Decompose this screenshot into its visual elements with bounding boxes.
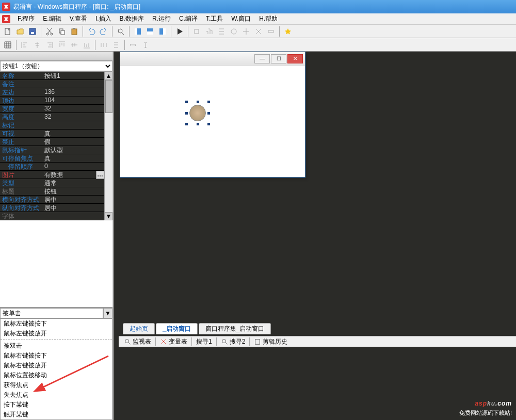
menu-window[interactable]: W.窗口	[227, 13, 255, 24]
property-row[interactable]: 左边136	[0, 88, 104, 96]
property-row[interactable]: 宽度32	[0, 105, 104, 113]
property-row[interactable]: 顶边104	[0, 96, 104, 105]
property-value[interactable]: 真	[43, 154, 104, 162]
property-value[interactable]: 有数据…	[43, 171, 104, 179]
debug6-icon[interactable]	[253, 26, 264, 37]
menu-database[interactable]: B.数据库	[116, 13, 148, 24]
property-row[interactable]: 可停留焦点真	[0, 154, 104, 163]
resize-handle[interactable]	[196, 122, 200, 126]
property-row[interactable]: 纵向对齐方式居中	[0, 204, 104, 212]
grid-icon[interactable]	[2, 39, 13, 51]
property-value[interactable]: 32	[43, 113, 104, 121]
property-row[interactable]: 横向对齐方式居中	[0, 196, 104, 204]
layout3-icon[interactable]	[157, 26, 168, 37]
layout2-icon[interactable]	[144, 26, 156, 37]
event-item[interactable]: 鼠标右键被按下	[1, 351, 112, 361]
align-middle-icon[interactable]	[69, 39, 80, 51]
bt-clipboard[interactable]: 剪辑历史	[251, 336, 291, 347]
debug7-icon[interactable]	[265, 26, 277, 37]
align-left-icon[interactable]	[19, 39, 30, 51]
tool-icon[interactable]	[282, 26, 294, 37]
property-value[interactable]	[43, 80, 104, 88]
property-value[interactable]: 按钮1	[43, 72, 104, 79]
menu-compile[interactable]: C.编译	[175, 13, 202, 24]
event-current[interactable]	[0, 308, 103, 318]
event-item[interactable]: 失去焦点	[1, 390, 112, 400]
paste-icon[interactable]	[69, 26, 80, 37]
property-row[interactable]: 字体	[0, 212, 104, 220]
find-icon[interactable]	[115, 26, 126, 37]
copy-icon[interactable]	[56, 26, 68, 37]
align-right-icon[interactable]	[44, 39, 55, 51]
resize-handle[interactable]	[185, 100, 188, 104]
event-item[interactable]: 鼠标右键被放开	[1, 361, 112, 370]
event-item[interactable]: 鼠标左键被按下	[1, 319, 112, 329]
selected-control[interactable]	[188, 104, 207, 122]
dist-h-icon[interactable]	[98, 39, 109, 51]
maximize-button[interactable]: ☐	[271, 54, 286, 63]
property-row[interactable]: 可视真	[0, 130, 104, 138]
property-value[interactable]: 136	[43, 88, 104, 96]
property-value[interactable]: 按钮	[43, 187, 104, 195]
event-item[interactable]: 获得焦点	[1, 380, 112, 390]
debug5-icon[interactable]	[240, 26, 252, 37]
scroll-down-icon[interactable]: ▼	[105, 212, 112, 220]
property-row[interactable]: 备注	[0, 80, 104, 88]
run-icon[interactable]	[174, 26, 185, 37]
debug4-icon[interactable]	[228, 26, 239, 37]
property-row[interactable]: 标题按钮	[0, 187, 104, 196]
bt-vars[interactable]: 变量表	[157, 336, 190, 347]
property-grid[interactable]: 名称按钮1备注左边136顶边104宽度32高度32标记可视真禁止假鼠标指针默认型…	[0, 72, 104, 220]
property-row[interactable]: 类型通常	[0, 179, 104, 187]
event-item[interactable]: 鼠标左键被放开	[1, 329, 112, 338]
event-item[interactable]: 按下某键	[1, 400, 112, 410]
align-top-icon[interactable]	[56, 39, 68, 51]
property-row[interactable]: 鼠标指针默认型	[0, 146, 104, 154]
property-row[interactable]: 名称按钮1	[0, 72, 104, 80]
property-value[interactable]: 0	[43, 163, 104, 170]
tab-start[interactable]: 起始页	[123, 323, 155, 334]
property-value[interactable]: 通常	[43, 179, 104, 187]
save-icon[interactable]	[27, 26, 38, 37]
minimize-button[interactable]: —	[254, 54, 270, 63]
property-row[interactable]: 高度32	[0, 113, 104, 121]
tab-window-module[interactable]: 窗口程序集_启动窗口	[199, 323, 271, 334]
property-value[interactable]: 居中	[43, 204, 104, 212]
object-dropdown[interactable]: 按钮1（按钮）	[0, 61, 112, 72]
menu-edit[interactable]: E.编辑	[39, 13, 65, 24]
resize-handle[interactable]	[196, 100, 200, 104]
event-item[interactable]: 被双击	[1, 341, 112, 351]
property-row[interactable]: 停留顺序0	[0, 163, 104, 171]
redo-icon[interactable]	[98, 26, 109, 37]
scroll-up-icon[interactable]: ▲	[105, 72, 112, 80]
form-body[interactable]	[120, 66, 305, 177]
size-w-icon[interactable]	[127, 39, 139, 51]
resize-handle[interactable]	[207, 100, 211, 104]
scrollbar[interactable]: ▲ ▼	[104, 72, 112, 220]
menu-run[interactable]: R.运行	[148, 13, 175, 24]
undo-icon[interactable]	[86, 26, 97, 37]
object-select[interactable]: 按钮1（按钮）	[0, 61, 112, 71]
bt-search2[interactable]: 搜寻2	[218, 336, 249, 347]
property-value[interactable]: 104	[43, 96, 104, 104]
tab-startup-window[interactable]: _启动窗口	[156, 323, 198, 334]
property-value[interactable]	[43, 212, 104, 220]
align-center-icon[interactable]	[31, 39, 43, 51]
event-item[interactable]: 触开某键	[1, 410, 112, 419]
cut-icon[interactable]	[44, 26, 55, 37]
resize-handle[interactable]	[185, 111, 188, 115]
menu-view[interactable]: V.查看	[66, 13, 91, 24]
close-button[interactable]: ✕	[287, 54, 303, 63]
property-row[interactable]: 禁止假	[0, 138, 104, 146]
property-more-button[interactable]: …	[96, 171, 104, 179]
bt-search1[interactable]: 搜寻1	[193, 336, 215, 347]
design-form[interactable]: — ☐ ✕	[120, 52, 305, 177]
dist-v-icon[interactable]	[110, 39, 122, 51]
resize-handle[interactable]	[207, 122, 211, 126]
debug3-icon[interactable]	[216, 26, 227, 37]
align-bottom-icon[interactable]	[81, 39, 92, 51]
new-icon[interactable]	[2, 26, 13, 37]
event-list[interactable]: 鼠标左键被按下鼠标左键被放开被双击鼠标右键被按下鼠标右键被放开鼠标位置被移动获得…	[0, 318, 112, 420]
debug1-icon[interactable]	[191, 26, 202, 37]
menu-insert[interactable]: I.插入	[91, 13, 116, 24]
